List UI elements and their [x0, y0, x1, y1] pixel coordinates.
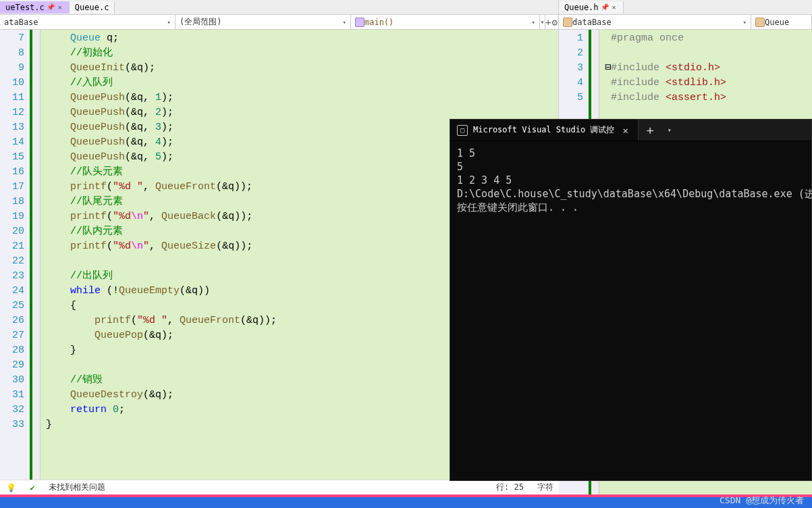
- issues-text[interactable]: 未找到相关问题: [49, 482, 105, 493]
- settings-button[interactable]: ⚙: [551, 15, 558, 29]
- terminal-window: ▢ Microsoft Visual Studio 调试控 ✕ + ▾ 1 5 …: [450, 119, 812, 481]
- left-scope-bar: ataBase ▾ (全局范围) ▾ main() ▾ ▾ + ⚙: [0, 15, 558, 30]
- close-icon[interactable]: ✕: [611, 4, 618, 11]
- scope-dropdown[interactable]: (全局范围) ▾: [175, 15, 351, 29]
- tab-uetest[interactable]: ueTest.c 📌 ✕: [0, 1, 70, 14]
- line-indicator[interactable]: 行: 25: [496, 482, 524, 493]
- tab-queue-h[interactable]: Queue.h 📌 ✕: [559, 1, 624, 14]
- line-gutter: 7891011121314151617181920212223242526272…: [0, 30, 32, 494]
- pin-icon[interactable]: 📌: [601, 4, 608, 11]
- accent-strip: [0, 494, 812, 497]
- function-dropdown[interactable]: main() ▾: [351, 15, 540, 29]
- bulb-icon[interactable]: 💡: [5, 482, 16, 493]
- console-icon: ▢: [457, 125, 468, 136]
- namespace-icon: [563, 18, 572, 27]
- window-bottom-border: [0, 494, 812, 508]
- tab-label: Queue.c: [75, 3, 109, 12]
- terminal-titlebar[interactable]: ▢ Microsoft Visual Studio 调试控 ✕ + ▾: [450, 120, 811, 141]
- tab-label: ueTest.c: [5, 3, 45, 12]
- close-icon[interactable]: ✕: [57, 4, 63, 11]
- terminal-output[interactable]: 1 5 5 1 2 3 4 5 D:\Code\C.house\C_study\…: [450, 141, 811, 220]
- char-indicator[interactable]: 字符: [537, 482, 553, 493]
- chevron-down-icon: ▾: [532, 19, 535, 26]
- left-tab-bar: ueTest.c 📌 ✕ Queue.c: [0, 0, 558, 15]
- right-scope-bar: dataBase ▾ Queue: [559, 15, 812, 30]
- chevron-down-icon: ▾: [343, 19, 346, 26]
- pin-icon[interactable]: 📌: [47, 4, 54, 11]
- struct-icon: [755, 18, 765, 27]
- status-bar: 💡 ✔ 未找到相关问题 行: 25 字符: [0, 480, 559, 494]
- chevron-down-icon: ▾: [743, 19, 747, 26]
- tab-dropdown-icon[interactable]: ▾: [662, 126, 677, 134]
- right-tab-bar: Queue.h 📌 ✕: [559, 0, 812, 15]
- new-tab-button[interactable]: +: [639, 123, 662, 137]
- check-icon: ✔: [27, 482, 38, 493]
- project-dropdown[interactable]: ataBase ▾: [0, 15, 175, 29]
- function-icon: [355, 18, 364, 27]
- close-icon[interactable]: ✕: [620, 125, 630, 136]
- tab-label: Queue.h: [564, 3, 599, 12]
- terminal-title: Microsoft Visual Studio 调试控: [473, 124, 614, 136]
- struct-dropdown[interactable]: Queue: [751, 15, 812, 29]
- fold-gutter[interactable]: [32, 30, 40, 494]
- scope-text: main(): [364, 18, 394, 27]
- terminal-tab[interactable]: ▢ Microsoft Visual Studio 调试控 ✕: [450, 120, 639, 141]
- scope-text: Queue: [765, 18, 789, 27]
- scope-text: dataBase: [572, 18, 612, 27]
- nav-split-button[interactable]: ▾: [540, 15, 545, 29]
- watermark: CSDN @想成为传火者: [720, 494, 804, 507]
- scope-text: (全局范围): [180, 16, 221, 28]
- chevron-down-icon: ▾: [167, 19, 171, 26]
- tab-queue-c[interactable]: Queue.c: [70, 1, 115, 14]
- project-dropdown[interactable]: dataBase ▾: [559, 15, 751, 29]
- add-tab-button[interactable]: +: [545, 15, 551, 29]
- scope-text: ataBase: [4, 18, 38, 27]
